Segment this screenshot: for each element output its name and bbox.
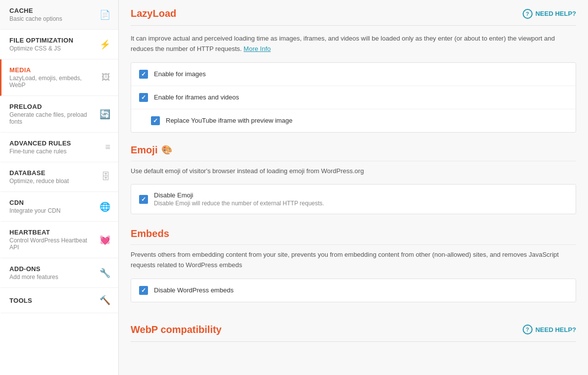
sidebar-item-heartbeat[interactable]: HEARTBEAT Control WordPress Heartbeat AP… — [0, 222, 118, 258]
emoji-title-row: Emoji 🎨 — [131, 144, 576, 161]
sidebar-item-title-preload: PRELOAD — [9, 103, 96, 110]
sidebar-item-subtitle-advanced-rules: Fine-tune cache rules — [9, 148, 101, 155]
embeds-description: Prevents others from embedding content f… — [131, 250, 576, 271]
need-help-icon: ? — [523, 9, 533, 19]
sidebar-item-subtitle-cdn: Integrate your CDN — [9, 207, 96, 214]
option-row-replace-youtube: ✓ Replace YouTube iframe with preview im… — [131, 109, 576, 132]
emoji-options-box: ✓ Disable Emoji Disable Emoji will reduc… — [131, 184, 576, 214]
sidebar-item-add-ons[interactable]: ADD-ONS Add more features 🔧 — [0, 258, 118, 288]
sidebar-item-icon-add-ons: 🔧 — [99, 268, 110, 279]
lazyload-need-help-link[interactable]: ? NEED HELP? — [523, 9, 576, 19]
sidebar-item-icon-heartbeat: 💓 — [99, 234, 110, 245]
option-row-enable-iframes: ✓ Enable for iframes and videos — [131, 86, 576, 109]
embeds-options-box: ✓ Disable WordPress embeds — [131, 279, 576, 302]
embeds-title-row: Embeds — [131, 228, 576, 245]
sidebar-item-icon-cdn: 🌐 — [99, 201, 110, 212]
sidebar-item-icon-advanced-rules: ≡ — [105, 142, 110, 152]
sidebar-item-title-file-optimization: FILE OPTIMIZATION — [9, 37, 96, 44]
lazyload-need-help-label: NEED HELP? — [536, 10, 576, 17]
option-label-disable-embeds: Disable WordPress embeds — [154, 286, 234, 294]
sidebar-item-advanced-rules[interactable]: ADVANCED RULES Fine-tune cache rules ≡ — [0, 133, 118, 162]
option-label-enable-images: Enable for images — [154, 70, 206, 78]
sidebar-item-icon-preload: 🔄 — [99, 109, 110, 120]
option-label-enable-iframes: Enable for iframes and videos — [154, 94, 239, 101]
check-icon: ✓ — [141, 71, 146, 78]
emoji-title: Emoji — [131, 144, 157, 156]
checkbox-enable-iframes[interactable]: ✓ — [139, 93, 148, 102]
sidebar-item-cdn[interactable]: CDN Integrate your CDN 🌐 — [0, 192, 118, 222]
emoji-description: Use default emoji of visitor's browser i… — [131, 166, 576, 177]
lazyload-title: LazyLoad — [131, 8, 176, 19]
sidebar-item-icon-media: 🖼 — [101, 72, 110, 83]
sidebar-item-tools[interactable]: TOOLS 🔨 — [0, 288, 118, 313]
sidebar-item-subtitle-add-ons: Add more features — [9, 274, 96, 281]
sidebar-item-title-cache: CACHE — [9, 7, 96, 14]
lazyload-section-header: LazyLoad ? NEED HELP? — [131, 0, 576, 26]
webp-section-header: WebP compatibility ? NEED HELP? — [131, 316, 576, 342]
webp-need-help-icon: ? — [523, 325, 533, 334]
sidebar-item-subtitle-file-optimization: Optimize CSS & JS — [9, 45, 96, 52]
sidebar-item-title-cdn: CDN — [9, 199, 96, 206]
checkbox-disable-embeds[interactable]: ✓ — [139, 286, 148, 295]
check-icon: ✓ — [141, 287, 146, 294]
sidebar-item-subtitle-heartbeat: Control WordPress Heartbeat API — [9, 237, 96, 251]
embeds-section: Embeds Prevents others from embedding co… — [131, 228, 576, 302]
sidebar-item-title-media: MEDIA — [9, 66, 98, 74]
webp-need-help-link[interactable]: ? NEED HELP? — [523, 325, 576, 334]
more-info-link[interactable]: More Info — [244, 45, 271, 52]
sidebar-item-title-heartbeat: HEARTBEAT — [9, 229, 96, 236]
check-icon: ✓ — [141, 94, 146, 101]
lazyload-description: It can improve actual and perceived load… — [131, 34, 576, 54]
checkbox-replace-youtube[interactable]: ✓ — [151, 116, 160, 125]
sidebar-item-icon-database: 🗄 — [101, 172, 110, 182]
checkbox-disable-emoji[interactable]: ✓ — [139, 195, 148, 204]
sidebar-item-database[interactable]: DATABASE Optimize, reduce bloat 🗄 — [0, 162, 118, 192]
option-sublabel-disable-emoji: Disable Emoji will reduce the number of … — [154, 200, 324, 207]
option-row-disable-emoji: ✓ Disable Emoji Disable Emoji will reduc… — [131, 185, 576, 214]
option-label-replace-youtube: Replace YouTube iframe with preview imag… — [166, 117, 293, 124]
sidebar-item-subtitle-cache: Basic cache options — [9, 15, 96, 22]
sidebar-item-cache[interactable]: CACHE Basic cache options 📄 — [0, 0, 118, 30]
webp-title: WebP compatibility — [131, 324, 222, 335]
sidebar-item-media[interactable]: MEDIA LazyLoad, emojis, embeds, WebP 🖼 — [0, 59, 118, 96]
option-row-disable-embeds: ✓ Disable WordPress embeds — [131, 279, 576, 302]
sidebar-item-subtitle-media: LazyLoad, emojis, embeds, WebP — [9, 75, 98, 89]
option-row-enable-images: ✓ Enable for images — [131, 63, 576, 86]
emoji-icon: 🎨 — [161, 144, 172, 155]
webp-need-help-label: NEED HELP? — [536, 326, 576, 333]
sidebar-item-title-database: DATABASE — [9, 169, 98, 177]
sidebar-item-title-add-ons: ADD-ONS — [9, 265, 96, 273]
sidebar-item-subtitle-database: Optimize, reduce bloat — [9, 178, 98, 185]
option-label-disable-emoji: Disable Emoji — [154, 191, 324, 199]
sidebar: CACHE Basic cache options 📄 FILE OPTIMIZ… — [0, 0, 119, 375]
sidebar-item-preload[interactable]: PRELOAD Generate cache files, preload fo… — [0, 96, 118, 133]
emoji-section: Emoji 🎨 Use default emoji of visitor's b… — [131, 144, 576, 215]
sidebar-item-icon-file-optimization: ⚡ — [99, 39, 110, 50]
sidebar-item-icon-tools: 🔨 — [99, 295, 110, 306]
sidebar-item-title-advanced-rules: ADVANCED RULES — [9, 140, 101, 147]
embeds-title: Embeds — [131, 228, 169, 239]
check-icon: ✓ — [141, 196, 146, 203]
sidebar-item-title-tools: TOOLS — [9, 297, 96, 304]
sidebar-item-subtitle-preload: Generate cache files, preload fonts — [9, 111, 96, 125]
check-icon: ✓ — [153, 117, 158, 124]
checkbox-enable-images[interactable]: ✓ — [139, 70, 148, 79]
main-content: LazyLoad ? NEED HELP? It can improve act… — [119, 0, 588, 375]
sidebar-item-file-optimization[interactable]: FILE OPTIMIZATION Optimize CSS & JS ⚡ — [0, 30, 118, 59]
sidebar-item-icon-cache: 📄 — [99, 9, 110, 20]
lazyload-options-box: ✓ Enable for images ✓ Enable for iframes… — [131, 62, 576, 133]
